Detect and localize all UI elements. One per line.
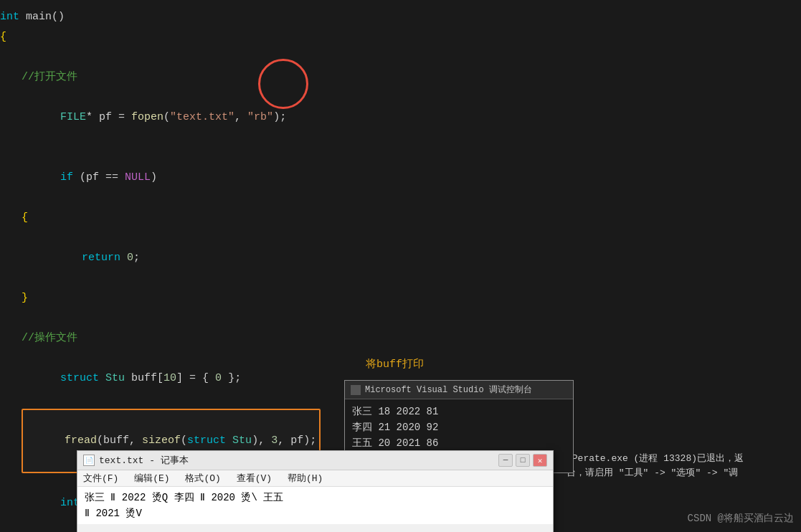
code-line-7: { [0, 208, 801, 228]
notepad-maximize-button[interactable]: □ [516, 454, 530, 467]
menu-file[interactable]: 文件(F) [83, 473, 118, 484]
notepad-content: 张三 Ⅱ 2022 烫Q 李四 Ⅱ 2020 烫\ 王五 Ⅱ 2021 烫V [77, 487, 553, 524]
menu-format[interactable]: 格式(O) [185, 473, 220, 484]
notepad-close-button[interactable]: ✕ [533, 454, 547, 467]
buff-label: 将buff打印 [366, 357, 424, 371]
debug-console-titlebar: Microsoft Visual Studio 调试控制台 [345, 381, 573, 399]
code-line-8: return 0; [0, 228, 801, 288]
debug-output-line-3: 王五 20 2021 86 [352, 435, 566, 451]
debug-output-text-2: 台，请启用 "工具" -> "选项" -> "调 [567, 466, 744, 480]
notepad-title-left: 📄 text.txt - 记事本 [83, 454, 189, 467]
debug-console-content: 张三 18 2022 81 李四 21 2020 92 王五 20 2021 8… [345, 399, 573, 455]
code-line-6: if (pf == NULL) [0, 148, 801, 208]
code-line-4: //打开文件 [0, 67, 801, 87]
debug-output-line-2: 李四 21 2020 92 [352, 419, 566, 435]
csdn-watermark: CSDN @将船买酒白云边 [688, 512, 794, 525]
notepad-titlebar: 📄 text.txt - 记事本 ─ □ ✕ [77, 451, 553, 470]
code-line-2: { [0, 27, 801, 47]
notepad-content-line-1: 张三 Ⅱ 2022 烫Q 李四 Ⅱ 2020 烫\ 王五 [85, 490, 546, 505]
code-line-11: //操作文件 [0, 328, 801, 348]
notepad-minimize-button[interactable]: ─ [498, 454, 513, 467]
notepad-title-buttons[interactable]: ─ □ ✕ [498, 454, 547, 467]
menu-view[interactable]: 查看(V) [237, 473, 272, 484]
code-line-3 [0, 47, 801, 67]
code-line-10 [0, 308, 801, 328]
menu-edit[interactable]: 编辑(E) [134, 473, 169, 484]
debug-output-panel: 0Perate.exe (进程 13328)已退出，返 台，请启用 "工具" -… [567, 452, 744, 480]
notepad-menubar: 文件(F) 编辑(E) 格式(O) 查看(V) 帮助(H) [77, 470, 553, 487]
notepad-file-icon: 📄 [83, 455, 95, 466]
debug-console-title: Microsoft Visual Studio 调试控制台 [365, 384, 532, 396]
notepad-window: 📄 text.txt - 记事本 ─ □ ✕ 文件(F) 编辑(E) 格式(O)… [77, 450, 554, 532]
debug-output-text-1: 0Perate.exe (进程 13328)已退出，返 [567, 452, 744, 466]
code-line-5: FILE* pf = fopen("text.txt", "rb"); [0, 87, 801, 148]
vs-icon [351, 385, 361, 395]
code-line-9: } [0, 288, 801, 308]
code-line-1: int main() [0, 7, 801, 27]
debug-output-line-1: 张三 18 2022 81 [352, 404, 566, 419]
menu-help[interactable]: 帮助(H) [288, 473, 323, 484]
notepad-title-text: text.txt - 记事本 [99, 454, 189, 467]
notepad-content-line-2: Ⅱ 2021 烫V [85, 505, 546, 521]
